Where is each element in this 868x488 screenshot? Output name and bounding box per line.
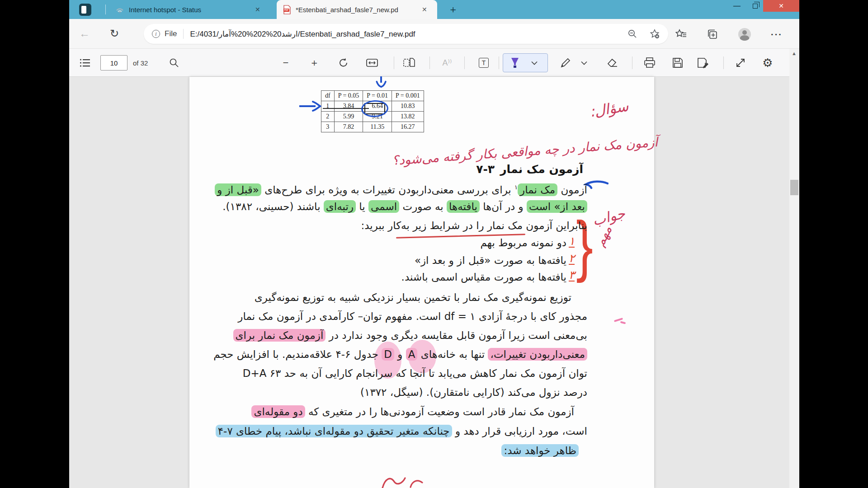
- page-view-icon[interactable]: [400, 49, 418, 77]
- settings-gear-icon[interactable]: ⚙: [759, 49, 777, 77]
- table-cell: 7.82: [334, 122, 363, 132]
- highlighter-dropdown-icon[interactable]: [528, 49, 541, 77]
- toolbar-divider: [632, 56, 632, 69]
- rotate-icon[interactable]: [336, 49, 351, 77]
- body-line: توان آزمون مک نمار کاهش می‌یابد تا آنجا …: [243, 364, 587, 383]
- handwritten-number-3: ۳: [569, 269, 575, 282]
- favorites-bar-icon[interactable]: [675, 29, 687, 40]
- blue-down-arrow: [374, 76, 388, 89]
- svg-text:PDF: PDF: [284, 9, 289, 11]
- table-cell: 5.99: [334, 112, 363, 122]
- url-text[interactable]: E:/4031/ارشد20%202%20%آمار/Estenbati_ars…: [190, 29, 622, 39]
- handwritten-number-2: ۲: [569, 252, 575, 265]
- table-cell: 1: [321, 101, 335, 112]
- refresh-icon[interactable]: ↻: [110, 27, 119, 40]
- text-segment: برای بررسی معنی‌داربودن تغییرات به ویژه …: [261, 184, 514, 196]
- text-segment: D+A: [243, 367, 267, 379]
- collections-icon[interactable]: [707, 28, 718, 40]
- section-heading: ۷-۳ آزمون مک نمار: [476, 163, 583, 176]
- minimize-button[interactable]: —: [730, 0, 744, 12]
- zoom-indicator-icon[interactable]: [627, 29, 637, 39]
- url-divider: [183, 29, 184, 39]
- expand-icon[interactable]: [731, 49, 750, 77]
- add-text-icon[interactable]: T: [475, 49, 493, 77]
- pdf-file-icon: PDF: [283, 5, 291, 14]
- highlighted-text: مک نمار: [518, 183, 557, 196]
- new-tab-button[interactable]: ＋: [448, 4, 458, 15]
- highlighter-icon[interactable]: [506, 49, 524, 77]
- page-info-icon[interactable]: i: [152, 30, 160, 38]
- table-header: df: [321, 91, 335, 101]
- close-button[interactable]: ✕: [763, 0, 799, 12]
- save-icon[interactable]: [669, 49, 687, 77]
- table-cell: 11.35: [363, 122, 392, 132]
- text-segment: درصد نزول می‌کند (کارایی نامتقارن). (سیگ…: [360, 386, 587, 398]
- section-title: آزمون مک نمار: [500, 163, 583, 176]
- highlighted-text: بعد از» است: [527, 200, 587, 213]
- screen: Internet hotspot - Status ✕ PDF *Estenba…: [0, 0, 868, 488]
- zoom-in-icon[interactable]: ＋: [307, 49, 322, 77]
- tab-pdf-active[interactable]: PDF *Estenbati_arshad_fasle7_new.pd ✕: [277, 0, 437, 19]
- zoom-out-icon[interactable]: −: [278, 49, 293, 77]
- text-segment: بنابراین آزمون مک نمار را در شرایط زیر ب…: [361, 220, 587, 231]
- text-segment: تنها به خانه‌های: [417, 348, 488, 360]
- page-number-input[interactable]: [100, 55, 127, 70]
- toolbar-divider: [723, 56, 724, 69]
- text-segment: جدول ۶-۴ علاقه‌مندیم. با افزایش حجم: [213, 348, 382, 360]
- restore-icon: [753, 4, 758, 9]
- table-header: P = 0.05: [334, 91, 363, 101]
- text-segment: است، مورد ارزیابی قرار دهد و: [452, 425, 587, 437]
- tab-internet-hotspot[interactable]: Internet hotspot - Status ✕: [109, 0, 272, 19]
- profile-avatar[interactable]: [738, 28, 751, 41]
- body-line: معنی‌داربودن تغییرات، تنها به خانه‌های A…: [213, 345, 587, 364]
- table-header: P = 0.001: [392, 91, 424, 101]
- restore-button[interactable]: [748, 0, 762, 12]
- settings-menu-icon[interactable]: ···: [771, 29, 783, 40]
- scrollbar-thumb[interactable]: [790, 180, 798, 195]
- highlighted-text: ظاهر خواهد شد:: [501, 444, 579, 457]
- read-aloud-icon[interactable]: A⁾⁾: [436, 49, 458, 77]
- highlighted-text: معنی‌داربودن تغییرات،: [488, 348, 587, 361]
- tab-close-icon[interactable]: ✕: [253, 5, 262, 14]
- text-segment: و: [394, 348, 406, 360]
- tab-close-icon[interactable]: ✕: [420, 5, 429, 14]
- back-icon[interactable]: ←: [79, 27, 90, 40]
- search-icon[interactable]: [166, 49, 182, 77]
- blue-right-arrow: [298, 100, 322, 112]
- toolbar-divider: [429, 56, 430, 69]
- toolbar-divider: [464, 56, 465, 69]
- table-cell: 10.83: [392, 101, 424, 112]
- scrollbar-up-icon[interactable]: ▲: [792, 51, 797, 56]
- page-count-label: of 32: [133, 49, 148, 77]
- pen-dropdown-icon[interactable]: [577, 49, 591, 77]
- body-line: توزیع نمونه‌گیری مک نمار با تخمین بسیار …: [255, 288, 571, 307]
- tab-bar: Internet hotspot - Status ✕ PDF *Estenba…: [69, 0, 799, 19]
- text-segment: یا: [356, 201, 368, 212]
- body-line: ظاهر خواهد شد:: [501, 441, 579, 460]
- address-bar: ← ↻ i File E:/4031/ارشد20%202%20%آمار/Es…: [69, 19, 799, 49]
- text-segment: آزمون مک نمار قادر است وضعیت آزمودنی‌ها …: [305, 406, 574, 418]
- scrollbar-track[interactable]: [789, 49, 799, 488]
- wifi-icon: [115, 5, 124, 14]
- highlighted-text: چنانکه متغیر تحقیق دو مقوله‌ای نباشد، پی…: [216, 425, 452, 437]
- tab-title: *Estenbati_arshad_fasle7_new.pd: [296, 6, 415, 14]
- add-favorite-icon[interactable]: [649, 28, 660, 39]
- url-field[interactable]: i File E:/4031/ارشد20%202%20%آمار/Estenb…: [144, 24, 668, 44]
- text-segment: توزیع نمونه‌گیری مک نمار با تخمین بسیار …: [255, 291, 571, 303]
- list-item: یافته‌ها به صورت مقیاس اسمی باشند.: [401, 268, 566, 286]
- text-segment: بی‌معنی است زیرا آزمون قابل مقایسه دیگری…: [326, 329, 587, 341]
- table-row: 37.8211.3516.27: [321, 122, 424, 132]
- body-line: بی‌معنی است زیرا آزمون قابل مقایسه دیگری…: [233, 326, 587, 345]
- print-icon[interactable]: [641, 49, 659, 77]
- highlighted-text: یافته‌ها: [447, 200, 480, 213]
- eraser-icon[interactable]: [604, 49, 622, 77]
- section-number: ۷-۳: [476, 163, 495, 176]
- highlighted-text: «قبل از و: [215, 183, 261, 196]
- workspaces-icon[interactable]: [79, 4, 91, 16]
- save-as-icon[interactable]: [694, 49, 712, 77]
- toc-icon[interactable]: [77, 49, 93, 77]
- fit-width-icon[interactable]: [364, 49, 380, 77]
- highlighted-text: اسمی: [368, 200, 399, 213]
- text-segment: به صورت: [399, 201, 447, 212]
- pen-icon[interactable]: [557, 49, 575, 77]
